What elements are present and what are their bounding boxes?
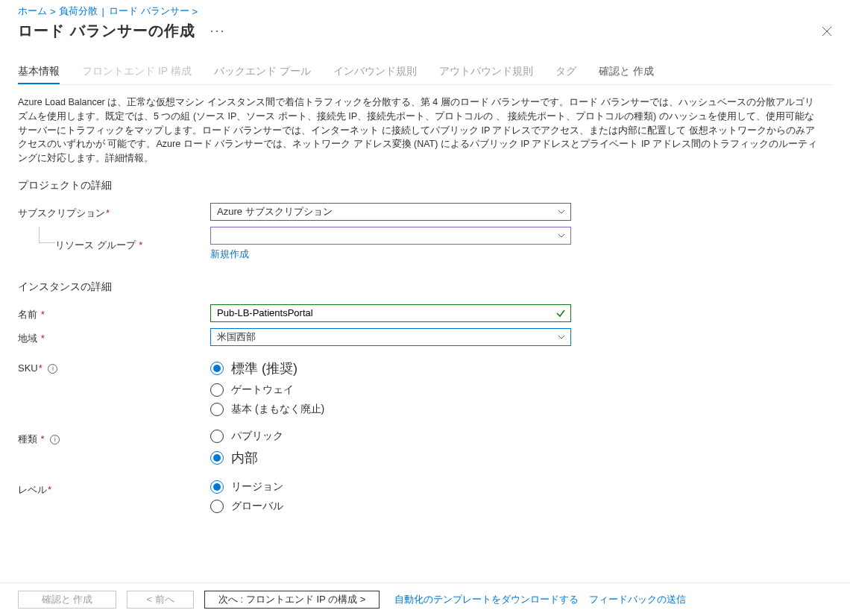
chevron-down-icon — [557, 333, 566, 342]
tab-outbound-rules[interactable]: アウトバウンド規則 — [439, 60, 533, 84]
breadcrumb-load-balancing[interactable]: 負荷分散 — [59, 4, 98, 18]
tier-radio-group: リージョン グローバル — [210, 480, 571, 513]
info-icon[interactable]: i — [50, 435, 60, 444]
wizard-tabs: 基本情報 フロントエンド IP 構成 バックエンド プール インバウンド規則 ア… — [18, 60, 832, 85]
section-instance-details: インスタンスの詳細 — [18, 280, 832, 294]
tab-backend-pools[interactable]: バックエンド プール — [214, 60, 311, 84]
separator-bar: | — [102, 6, 104, 17]
sku-option-gateway[interactable]: ゲートウェイ — [210, 383, 571, 397]
resource-group-select[interactable] — [210, 227, 571, 245]
type-option-internal[interactable]: 内部 — [210, 449, 571, 467]
tab-basics[interactable]: 基本情報 — [18, 60, 60, 84]
sku-option-standard[interactable]: 標準 (推奨) — [210, 359, 571, 377]
info-icon[interactable]: i — [48, 364, 57, 374]
type-radio-group: パブリック 内部 — [210, 430, 571, 467]
sku-option-basic[interactable]: 基本 (まもなく廃止) — [210, 403, 571, 416]
tier-option-regional[interactable]: リージョン — [210, 480, 571, 494]
tab-frontend-ip[interactable]: フロントエンド IP 構成 — [82, 60, 192, 84]
tab-review-create[interactable]: 確認と 作成 — [599, 60, 654, 84]
name-input-wrapper — [210, 304, 571, 322]
breadcrumb-load-balancers[interactable]: ロード バランサー — [109, 4, 189, 18]
label-region: 地域 * — [18, 329, 210, 345]
chevron-down-icon — [557, 207, 566, 216]
close-button[interactable] — [822, 26, 832, 37]
breadcrumb: ホーム > 負荷分散 | ロード バランサー > — [18, 4, 832, 18]
label-subscription: サブスクリプション* — [18, 204, 210, 220]
label-tier: レベル* — [18, 480, 210, 497]
tab-inbound-rules[interactable]: インバウンド規則 — [333, 60, 417, 84]
create-new-resource-group-link[interactable]: 新規作成 — [210, 248, 249, 260]
chevron-right-icon: > — [192, 6, 198, 17]
name-input[interactable] — [217, 307, 551, 318]
label-type: 種類 * i — [18, 430, 210, 446]
tree-connector-icon — [39, 227, 55, 243]
check-icon — [555, 308, 566, 318]
chevron-right-icon: > — [50, 6, 56, 17]
subscription-select[interactable]: Azure サブスクリプション — [210, 203, 571, 221]
label-resource-group: リソース グループ * — [18, 236, 210, 252]
tab-tags[interactable]: タグ — [555, 60, 576, 84]
type-option-public[interactable]: パブリック — [210, 430, 571, 443]
breadcrumb-home[interactable]: ホーム — [18, 4, 47, 18]
more-actions-button[interactable]: ··· — [210, 23, 226, 39]
region-select[interactable]: 米国西部 — [210, 328, 571, 346]
label-name: 名前 * — [18, 305, 210, 321]
tier-option-global[interactable]: グローバル — [210, 500, 571, 513]
label-sku: SKU* i — [18, 359, 210, 374]
sku-radio-group: 標準 (推奨) ゲートウェイ 基本 (まもなく廃止) — [210, 359, 571, 416]
page-title: ロード バランサーの作成 — [18, 21, 195, 41]
description-text: Azure Load Balancer は、正常な仮想マシン インスタンス間で着… — [18, 95, 823, 166]
chevron-down-icon — [557, 231, 566, 240]
section-project-details: プロジェクトの詳細 — [18, 179, 832, 192]
